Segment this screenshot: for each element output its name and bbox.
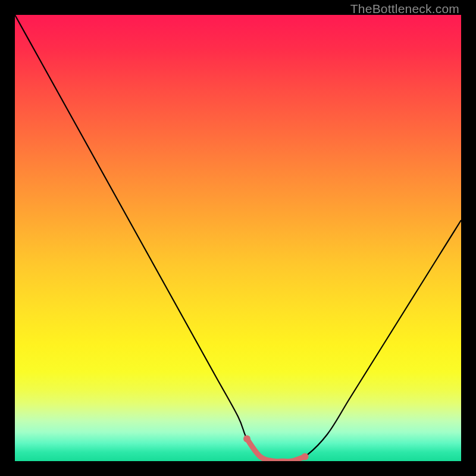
highlight-segment	[247, 439, 305, 462]
highlight-dot-left	[243, 436, 250, 443]
plot-area	[15, 15, 461, 461]
curve-svg	[15, 15, 461, 461]
bottleneck-curve-path	[15, 15, 461, 461]
chart-frame: TheBottleneck.com	[0, 0, 476, 476]
highlight-dot-right	[302, 453, 309, 461]
attribution-label: TheBottleneck.com	[350, 2, 459, 16]
